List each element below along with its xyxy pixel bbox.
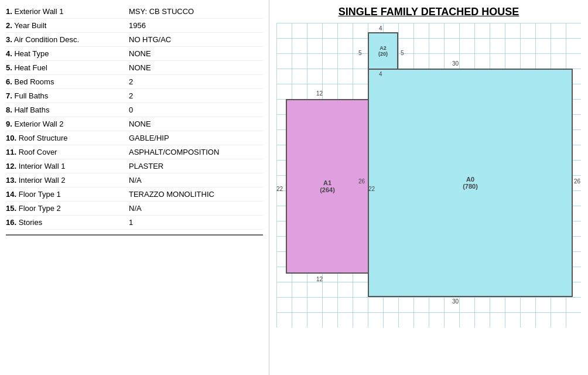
dim-a0-left-junction: 26 [358,178,365,185]
room-a1-label: A1(264) [320,179,335,193]
property-row-7: 7. Full Baths2 [6,89,263,103]
property-value-14: TERAZZO MONOLITHIC [129,190,214,199]
dim-a2-left: 5 [358,50,362,56]
property-label-6: 6. Bed Rooms [6,77,129,86]
room-a2-label: A2(20) [378,45,388,57]
property-label-14: 14. Floor Type 1 [6,190,129,199]
room-a0-label: A0(780) [463,176,478,190]
dim-a1-left: 22 [276,186,283,192]
room-a1: A1(264) [286,99,369,274]
property-row-11: 11. Roof CoverASPHALT/COMPOSITION [6,145,263,159]
property-label-5: 5. Heat Fuel [6,63,129,72]
property-value-12: PLASTER [129,162,163,171]
floor-plan-container: A0(780) A1(264) A2(20) 4 4 5 5 30 30 26 … [276,23,581,328]
dim-a0-right: 26 [574,178,580,185]
property-row-9: 9. Exterior Wall 2NONE [6,117,263,131]
property-value-4: NONE [129,49,151,58]
dim-a1-bottom: 12 [316,276,323,282]
property-value-7: 2 [129,91,133,100]
property-label-4: 4. Heat Type [6,49,129,58]
property-label-3: 3. Air Condition Desc. [6,35,129,44]
property-label-13: 13. Interior Wall 2 [6,176,129,185]
property-row-16: 16. Stories1 [6,216,263,230]
property-row-10: 10. Roof StructureGABLE/HIP [6,131,263,145]
dim-a2-top: 4 [379,25,382,32]
property-row-6: 6. Bed Rooms2 [6,75,263,89]
property-value-6: 2 [129,77,133,86]
property-label-15: 15. Floor Type 2 [6,204,129,213]
floor-plan-panel: SINGLE FAMILY DETACHED HOUSE A0(780) A1(… [269,0,588,375]
dim-a2-right: 5 [401,50,404,56]
property-value-11: ASPHALT/COMPOSITION [129,148,219,156]
property-value-5: NONE [129,63,151,72]
property-value-8: 0 [129,105,133,114]
property-label-1: 1. Exterior Wall 1 [6,7,129,16]
property-label-16: 16. Stories [6,218,129,227]
property-row-4: 4. Heat TypeNONE [6,47,263,61]
property-row-12: 12. Interior Wall 1PLASTER [6,159,263,173]
dim-a2-bottom: 4 [379,71,382,77]
property-row-5: 5. Heat FuelNONE [6,61,263,75]
property-row-1: 1. Exterior Wall 1MSY: CB STUCCO [6,5,263,19]
property-label-2: 2. Year Built [6,21,129,30]
property-row-13: 13. Interior Wall 2N/A [6,173,263,188]
dim-a1-right: 22 [368,186,375,192]
property-label-12: 12. Interior Wall 1 [6,162,129,171]
property-row-2: 2. Year Built1956 [6,19,263,33]
property-row-14: 14. Floor Type 1TERAZZO MONOLITHIC [6,188,263,202]
property-label-10: 10. Roof Structure [6,134,129,142]
property-row-8: 8. Half Baths0 [6,103,263,117]
property-value-16: 1 [129,218,133,227]
property-value-3: NO HTG/AC [129,35,171,44]
property-value-9: NONE [129,120,151,128]
dim-a0-top: 30 [452,60,459,67]
property-label-8: 8. Half Baths [6,105,129,114]
room-a2: A2(20) [368,32,398,70]
room-a0: A0(780) [368,69,573,297]
property-list: 1. Exterior Wall 1MSY: CB STUCCO2. Year … [0,0,269,375]
property-row-15: 15. Floor Type 2N/A [6,202,263,216]
bottom-divider [6,234,263,236]
property-label-9: 9. Exterior Wall 2 [6,120,129,128]
property-value-10: GABLE/HIP [129,134,169,142]
property-row-3: 3. Air Condition Desc.NO HTG/AC [6,33,263,47]
dim-a1-top: 12 [316,90,323,97]
floor-plan-title: SINGLE FAMILY DETACHED HOUSE [275,6,582,18]
property-value-13: N/A [129,176,142,185]
property-label-11: 11. Roof Cover [6,148,129,156]
property-value-2: 1956 [129,21,146,30]
dim-a0-bottom: 30 [452,298,459,305]
property-label-7: 7. Full Baths [6,91,129,100]
property-value-1: MSY: CB STUCCO [129,7,194,16]
property-value-15: N/A [129,204,142,213]
